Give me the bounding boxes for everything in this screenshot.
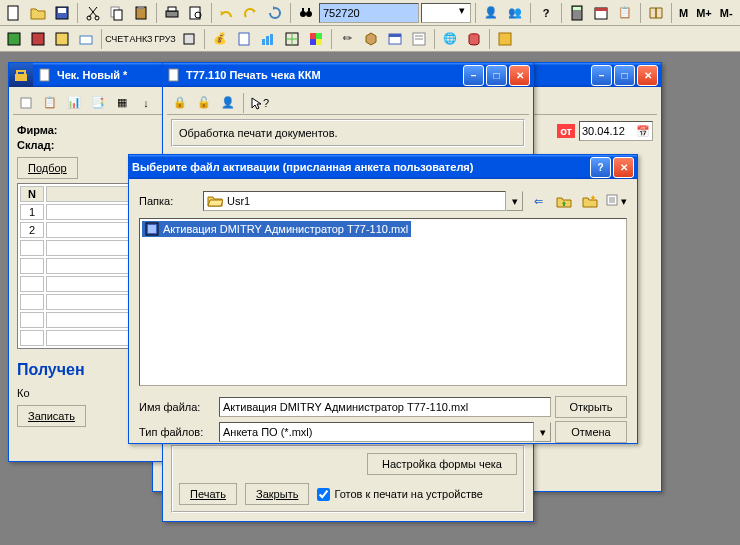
file-titlebar[interactable]: Выберите файл активации (присланная анке… [129, 155, 637, 179]
file-item-selected[interactable]: Активация DMITRY Администратор T77-110.m… [142, 221, 411, 237]
print-tb1-icon[interactable]: 🔒 [169, 92, 191, 114]
ready-checkbox-row[interactable]: Готов к печати на устройстве [317, 488, 482, 501]
print-minimize-btn[interactable]: – [463, 65, 484, 86]
tb2-grid-icon[interactable] [281, 28, 303, 50]
folder-combo[interactable]: Usr1 ▾ [203, 191, 523, 211]
firma-label: Фирма: [17, 124, 65, 136]
tb2-pencil-icon[interactable]: ✏ [336, 28, 358, 50]
print-tb2-icon[interactable]: 🔓 [193, 92, 215, 114]
tb2-db-icon[interactable] [463, 28, 485, 50]
print-doc-icon [166, 67, 182, 83]
filetype-dropdown-icon[interactable]: ▾ [534, 422, 551, 442]
podbor-button[interactable]: Подбор [17, 157, 78, 179]
check-tb1-icon[interactable] [15, 92, 37, 114]
file-close-btn[interactable]: ✕ [613, 157, 634, 178]
back-icon[interactable]: ⇐ [527, 190, 549, 212]
undo-icon[interactable] [216, 2, 238, 24]
filetype-combo[interactable]: ▾ [219, 422, 551, 442]
print-titlebar[interactable]: Т77.110 Печать чека ККМ – □ ✕ [163, 63, 533, 87]
view-menu-icon[interactable]: ▾ [605, 190, 627, 212]
tb2-6-icon[interactable]: АНКЗ [130, 28, 152, 50]
write-button[interactable]: Записать [17, 405, 86, 427]
bg-minimize-btn[interactable]: – [591, 65, 612, 86]
mplus-btn[interactable]: M+ [693, 2, 715, 24]
bg-maximize-btn[interactable]: □ [614, 65, 635, 86]
tb2-bag-icon[interactable]: 💰 [209, 28, 231, 50]
print-cursor-icon[interactable]: ? [248, 92, 270, 114]
m-btn[interactable]: M [676, 2, 691, 24]
new-folder-icon[interactable] [579, 190, 601, 212]
close-button[interactable]: Закрыть [245, 483, 309, 505]
tb2-8-icon[interactable] [178, 28, 200, 50]
calendar-picker-icon[interactable]: 📅 [634, 122, 652, 140]
save-icon[interactable] [51, 2, 73, 24]
copy-icon[interactable] [106, 2, 128, 24]
open-icon[interactable] [27, 2, 49, 24]
filename-input[interactable] [219, 397, 551, 417]
tb2-cube-icon[interactable] [360, 28, 382, 50]
print-button[interactable]: Печать [179, 483, 237, 505]
print-close-btn[interactable]: ✕ [509, 65, 530, 86]
tool3-icon[interactable]: 📋 [614, 2, 636, 24]
new-icon[interactable] [3, 2, 25, 24]
calc-icon[interactable] [566, 2, 588, 24]
tb2-doc-icon[interactable] [233, 28, 255, 50]
tb2-1-icon[interactable] [3, 28, 25, 50]
cut-icon[interactable] [82, 2, 104, 24]
file-list[interactable]: Активация DMITRY Администратор T77-110.m… [139, 218, 627, 386]
folder-label: Папка: [139, 195, 199, 207]
bg-close-btn[interactable]: ✕ [637, 65, 658, 86]
date-input[interactable] [580, 124, 634, 138]
search-input[interactable] [319, 3, 419, 23]
file-title: Выберите файл активации (присланная анке… [132, 161, 588, 173]
check-tb3-icon[interactable]: 📊 [63, 92, 85, 114]
book-icon[interactable] [645, 2, 667, 24]
filetype-label: Тип файлов: [139, 426, 215, 438]
tb2-list-icon[interactable] [408, 28, 430, 50]
tb2-3-icon[interactable] [51, 28, 73, 50]
tb2-app-icon[interactable] [494, 28, 516, 50]
tb2-globe-icon[interactable]: 🌐 [439, 28, 461, 50]
up-folder-icon[interactable] [553, 190, 575, 212]
mminus-btn[interactable]: M- [717, 2, 736, 24]
svg-rect-9 [166, 11, 178, 17]
open-button[interactable]: Открыть [555, 396, 627, 418]
form-settings-button[interactable]: Настройка формы чека [367, 453, 517, 475]
tb2-4-icon[interactable] [75, 28, 97, 50]
redo-icon[interactable] [240, 2, 262, 24]
folder-dropdown-icon[interactable]: ▾ [506, 191, 523, 211]
tb2-7-icon[interactable]: ГРУЗ [154, 28, 176, 50]
help-icon[interactable]: ? [535, 2, 557, 24]
check-tb2-icon[interactable]: 📋 [39, 92, 61, 114]
cancel-button[interactable]: Отмена [555, 421, 627, 443]
users-icon[interactable]: 👥 [504, 2, 526, 24]
tb2-color-icon[interactable] [305, 28, 327, 50]
tb2-win-icon[interactable] [384, 28, 406, 50]
date-field[interactable]: 📅 [579, 121, 653, 141]
print-status-text: Обработка печати документов. [179, 127, 517, 139]
paste-icon[interactable] [130, 2, 152, 24]
print-tb3-icon[interactable]: 👤 [217, 92, 239, 114]
print-icon[interactable] [161, 2, 183, 24]
filetype-value[interactable] [219, 422, 534, 442]
print-maximize-btn[interactable]: □ [486, 65, 507, 86]
file-dialog: Выберите файл активации (присланная анке… [128, 154, 638, 444]
tb2-5-icon[interactable]: СЧЕТ [106, 28, 128, 50]
check-tb6-icon[interactable]: ↓ [135, 92, 157, 114]
check-tb4-icon[interactable]: 📑 [87, 92, 109, 114]
user-icon[interactable]: 👤 [480, 2, 502, 24]
date-from-label: от [557, 124, 575, 138]
check-doc-icon [37, 67, 53, 83]
svg-rect-26 [239, 33, 249, 45]
refresh-icon[interactable] [264, 2, 286, 24]
calendar-icon[interactable] [590, 2, 612, 24]
check-tb5-icon[interactable]: ▦ [111, 92, 133, 114]
preview-icon[interactable] [185, 2, 207, 24]
binoculars-icon[interactable] [295, 2, 317, 24]
ready-checkbox[interactable] [317, 488, 330, 501]
tb2-2-icon[interactable] [27, 28, 49, 50]
file-item-label: Активация DMITRY Администратор T77-110.m… [163, 223, 408, 235]
tb2-chart-icon[interactable] [257, 28, 279, 50]
file-help-btn[interactable]: ? [590, 157, 611, 178]
search-combo[interactable]: ▾ [421, 3, 471, 23]
